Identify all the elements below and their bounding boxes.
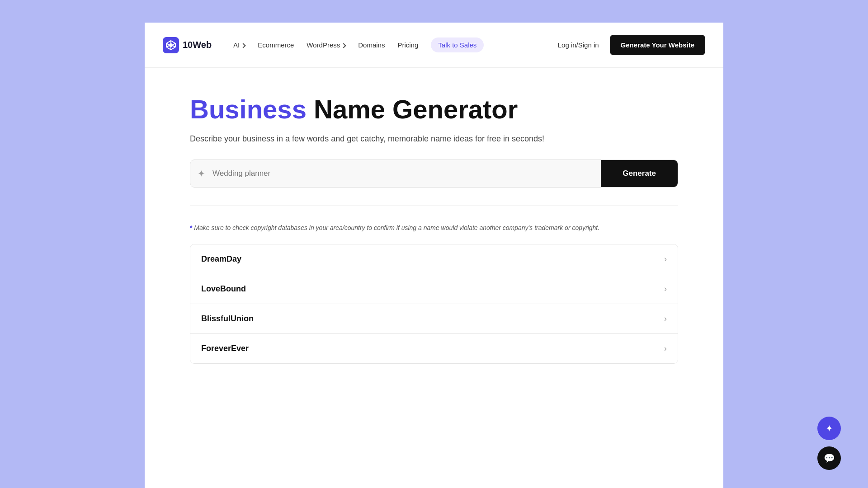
nav-right: Log in/Sign in Generate Your Website	[558, 35, 705, 55]
nav-link-pricing[interactable]: Pricing	[397, 41, 418, 49]
result-item[interactable]: DreamDay ›	[190, 244, 678, 274]
disclaimer-text: Make sure to check copyright databases i…	[192, 224, 599, 231]
business-description-input[interactable]	[212, 160, 601, 187]
results-list: DreamDay › LoveBound › BlissfulUnion › F…	[190, 244, 678, 364]
page-title-highlight: Business	[190, 94, 307, 124]
page-title-rest: Name Generator	[307, 94, 518, 124]
page-title: Business Name Generator	[190, 95, 678, 124]
result-item[interactable]: BlissfulUnion ›	[190, 304, 678, 334]
search-container: ✦ Generate	[190, 160, 678, 188]
result-item[interactable]: ForeverEver ›	[190, 334, 678, 363]
logo-icon	[163, 37, 179, 53]
ai-assistant-button[interactable]: ✦	[817, 417, 841, 440]
nav-link-wordpress[interactable]: WordPress	[307, 41, 345, 49]
disclaimer: * Make sure to check copyright databases…	[190, 224, 678, 231]
navbar: 10Web AI Ecommerce WordPress Domains Pri…	[145, 23, 723, 68]
sparkle-icon: ✦	[190, 168, 212, 179]
nav-link-ai[interactable]: AI	[233, 41, 245, 49]
main-content: Business Name Generator Describe your bu…	[145, 68, 723, 382]
floating-buttons: ✦ 💬	[817, 417, 841, 470]
chat-icon: 💬	[824, 453, 835, 464]
nav-links: AI Ecommerce WordPress Domains Pricing T…	[233, 38, 543, 52]
svg-point-1	[169, 43, 173, 47]
chat-button[interactable]: 💬	[817, 446, 841, 470]
chevron-right-icon: ›	[664, 254, 667, 264]
subtitle: Describe your business in a few words an…	[190, 133, 678, 145]
chevron-right-icon: ›	[664, 344, 667, 353]
result-item[interactable]: LoveBound ›	[190, 274, 678, 304]
chevron-right-icon: ›	[664, 284, 667, 294]
logo[interactable]: 10Web	[163, 37, 212, 53]
result-name: DreamDay	[201, 254, 241, 264]
chevron-down-icon	[241, 43, 246, 48]
chevron-right-icon: ›	[664, 314, 667, 324]
nav-link-talk-to-sales[interactable]: Talk to Sales	[431, 38, 484, 52]
generate-website-button[interactable]: Generate Your Website	[610, 35, 705, 55]
result-name: LoveBound	[201, 284, 246, 294]
brand-name: 10Web	[183, 40, 212, 50]
result-name: BlissfulUnion	[201, 314, 254, 324]
chevron-down-icon	[341, 43, 346, 48]
nav-link-domains[interactable]: Domains	[358, 41, 385, 49]
section-divider	[190, 206, 678, 206]
nav-link-ecommerce[interactable]: Ecommerce	[258, 41, 294, 49]
generate-button[interactable]: Generate	[601, 160, 678, 187]
ai-icon: ✦	[826, 423, 833, 434]
result-name: ForeverEver	[201, 344, 249, 353]
login-link[interactable]: Log in/Sign in	[558, 41, 599, 49]
